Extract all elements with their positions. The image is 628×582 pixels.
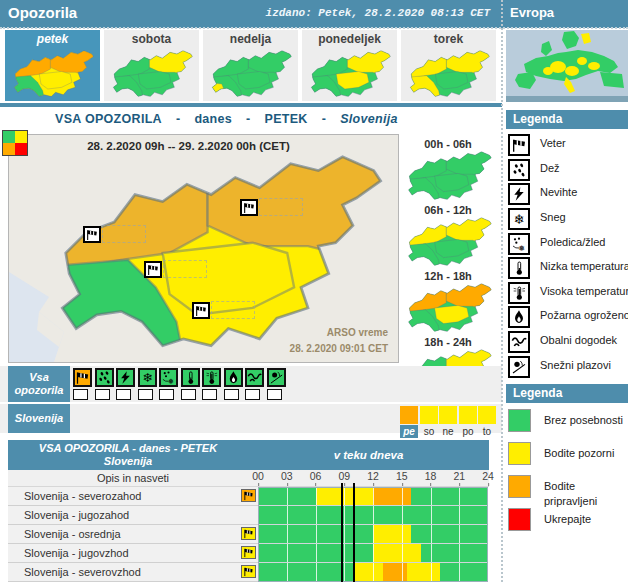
- europe-map[interactable]: [506, 30, 628, 102]
- table-row: Slovenija - severozahod: [8, 487, 489, 506]
- high-temp-icon[interactable]: [202, 368, 221, 387]
- legend-item-label: Visoka temperatura: [540, 281, 628, 302]
- warning-timeline: [258, 525, 488, 544]
- day-label[interactable]: pe: [400, 425, 418, 438]
- strip-sub-box: [245, 389, 260, 400]
- coastal-icon[interactable]: [245, 368, 264, 387]
- legend-item-label: Nizka temperatura: [540, 256, 628, 277]
- legend-item-label: Sneg: [540, 207, 566, 228]
- dotted-vertical-divider: [501, 0, 503, 582]
- ice-icon[interactable]: ❅: [159, 368, 178, 387]
- day-label[interactable]: po: [459, 425, 477, 438]
- section-divider: [0, 103, 502, 107]
- day-label[interactable]: ne: [439, 425, 457, 438]
- ice-icon: ❅: [508, 233, 530, 255]
- warning-timeline: [258, 563, 488, 582]
- strip-sub-box: [116, 389, 131, 400]
- strip-sub-box: [159, 389, 174, 400]
- all-warnings-label: Vsa opozorila: [8, 366, 70, 402]
- legend-item-label: Veter: [540, 133, 566, 154]
- windsock-icon: [144, 261, 162, 278]
- tab-label: sobota: [104, 30, 199, 47]
- region-row-label[interactable]: Slovenija - osrednja: [8, 525, 238, 544]
- fire-icon[interactable]: [224, 368, 243, 387]
- strip-sub-box: [138, 389, 153, 400]
- level-swatch-yellow: [508, 442, 531, 465]
- windsock-icon: [240, 199, 258, 216]
- weather-warnings-page: Opozorila izdano: Petek, 28.2.2020 08:13…: [0, 0, 628, 582]
- warning-extent-box: [211, 301, 255, 319]
- warning-extent-box: [259, 198, 303, 216]
- day-label[interactable]: so: [420, 425, 438, 438]
- day-square-pe[interactable]: [400, 406, 418, 424]
- time-map-label: 00h - 06h: [398, 138, 498, 150]
- tab-label: ponedeljek: [302, 30, 397, 47]
- main-warning-map[interactable]: 28. 2.2020 09h -- 29. 2.2020 00h (CET) A…: [8, 134, 399, 363]
- time-map-label: 06h - 12h: [398, 204, 498, 216]
- region-row-label[interactable]: Slovenija - severozahod: [8, 487, 238, 506]
- coastal-icon: [508, 331, 530, 353]
- legend-item-label: Obalni dogodek: [540, 330, 617, 351]
- row-icon-cell: [238, 525, 258, 544]
- time-map-label: 18h - 24h: [398, 336, 498, 348]
- region-row-label[interactable]: Slovenija - jugozahod: [8, 506, 238, 525]
- storm-icon[interactable]: [116, 368, 135, 387]
- region-row-label[interactable]: Slovenija - severovzhod: [8, 563, 238, 582]
- windsock-icon: [241, 527, 256, 540]
- dotted-horizontal-divider: [0, 27, 628, 29]
- time-map-00-06: [404, 150, 494, 202]
- europe-panel-title: Evropa: [510, 5, 554, 20]
- legend-item-label: Snežni plazovi: [540, 355, 611, 376]
- page-title: Opozorila: [8, 4, 77, 21]
- low-temp-icon[interactable]: [181, 368, 200, 387]
- warnings-title: VSA OPOZORILA-danes-PETEK-Slovenija: [55, 112, 412, 126]
- svg-text:❄: ❄: [142, 371, 152, 385]
- tab-nedelja[interactable]: nedelja: [203, 30, 298, 101]
- level-label: Brez posebnosti: [544, 413, 623, 428]
- row-icon-cell: [238, 506, 258, 525]
- warning-extent-box: [163, 260, 207, 278]
- warning-extent-box: [102, 225, 146, 243]
- strip-sub-box: [181, 389, 196, 400]
- snow-icon[interactable]: ❄: [138, 368, 157, 387]
- hour-tick: 03: [281, 470, 293, 483]
- rain-icon: [508, 159, 530, 181]
- table-row: Slovenija - jugovzhod: [8, 544, 489, 563]
- strip-sub-box: [224, 389, 239, 400]
- tab-torek[interactable]: torek: [401, 30, 496, 101]
- day-square-to[interactable]: [478, 406, 496, 424]
- tab-label: petek: [5, 30, 100, 47]
- storm-icon: [508, 183, 530, 205]
- windsock-icon: [241, 565, 256, 578]
- tab-label: nedelja: [203, 30, 298, 47]
- windsock-icon: [241, 489, 256, 502]
- high-temp-icon: [508, 282, 530, 304]
- hour-ruler: 00 03 06 09 12 15 18 21 24: [258, 470, 488, 487]
- legend-item-label: Požarna ogroženost: [540, 305, 628, 326]
- windsock-icon[interactable]: [73, 368, 92, 387]
- tab-ponedeljek[interactable]: ponedeljek: [302, 30, 397, 101]
- legend-item-label: Nevihte: [540, 182, 577, 203]
- day-square-so[interactable]: [420, 406, 438, 424]
- row-icon-cell: [238, 487, 258, 506]
- slovenia-mini-map: [302, 49, 397, 99]
- time-map-06-12: [404, 216, 494, 268]
- region-row-label[interactable]: Slovenija - jugovzhod: [8, 544, 238, 563]
- slovenia-mini-map: [401, 49, 496, 99]
- windsock-icon: [241, 546, 256, 559]
- day-label[interactable]: to: [478, 425, 496, 438]
- day-square-po[interactable]: [459, 406, 477, 424]
- strip-sub-box: [267, 389, 282, 400]
- strip-sub-box: [202, 389, 217, 400]
- rain-icon[interactable]: [95, 368, 114, 387]
- day-square-ne[interactable]: [439, 406, 457, 424]
- avalanche-icon[interactable]: [267, 368, 286, 387]
- hour-tick: 21: [453, 470, 465, 483]
- snow-icon: ❄: [508, 208, 530, 230]
- hour-tick: 12: [367, 470, 379, 483]
- tab-petek[interactable]: petek: [5, 30, 100, 101]
- hour-tick: 18: [425, 470, 437, 483]
- tab-sobota[interactable]: sobota: [104, 30, 199, 101]
- level-label: Bodite pozorni: [544, 446, 614, 461]
- level-label: Bodite pripravljeni: [544, 479, 628, 509]
